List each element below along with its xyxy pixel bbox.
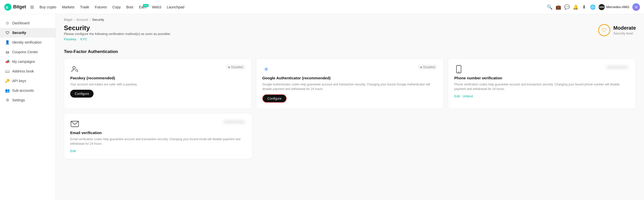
message-icon[interactable]: 💬 [564, 4, 570, 10]
google-auth-status-dot [420, 66, 422, 68]
email-card-actions: Edit [70, 149, 246, 153]
identity-icon: 👤 [5, 40, 10, 45]
nav-bots[interactable]: Bots [124, 4, 136, 11]
cards-grid-bottom: ●●●●●●●● Email verification Email verifi… [64, 113, 252, 159]
nav-trade[interactable]: Trade [78, 4, 92, 11]
phone-status-blurred: ●●●●●●●● [606, 65, 630, 70]
sidebar-label-api-keys: API keys [12, 79, 26, 83]
google-auth-configure-button[interactable]: Configure [262, 94, 287, 103]
nav-copy[interactable]: Copy [110, 4, 123, 11]
sidebar: ⊙ Dashboard 🛡 Security 👤 Identity verifi… [0, 14, 56, 200]
passkey-card-actions: Configure [70, 90, 246, 98]
phone-card: ●●●●●●●● Phone number verification Phone… [448, 58, 636, 109]
sidebar-label-campaigns: My campaigns [12, 60, 35, 64]
google-auth-card-top: ✳ Disabled [262, 65, 438, 74]
passkey-card-top: Disabled [70, 65, 246, 74]
sidebar-label-identity: Identity verification [12, 40, 42, 44]
bell-icon[interactable]: 🔔 [573, 4, 578, 10]
user-avatar[interactable]: U [632, 3, 640, 11]
google-auth-card-actions: Configure [262, 94, 438, 103]
subtitle-links: Passkey KYC [64, 37, 171, 41]
grid-icon[interactable]: ⊞ [30, 4, 34, 10]
email-card-desc: Email verification codes help guarantee … [70, 137, 246, 146]
phone-card-top: ●●●●●●●● [454, 65, 630, 74]
sidebar-item-security[interactable]: 🛡 Security [0, 28, 56, 38]
passkey-card-desc: Your account and trades are safer with a… [70, 82, 246, 87]
passkey-card-name: Passkey (recommended) [70, 76, 246, 80]
cards-grid-top: Disabled Passkey (recommended) Your acco… [64, 58, 636, 109]
settings-icon: ⚙ [5, 98, 10, 102]
wallet-icon[interactable]: 💼 [556, 4, 561, 10]
email-icon [70, 119, 79, 129]
topnav-right: 🔍 💼 💬 🔔 ⬇ 🌐 AMG Mercedes-AMG U [547, 3, 640, 11]
coupons-icon: 🎟 [5, 50, 10, 54]
phone-card-name: Phone number verification [454, 76, 630, 80]
phone-unbind-button[interactable]: Unbind [463, 94, 473, 98]
email-edit-button[interactable]: Edit [70, 149, 76, 153]
google-auth-icon: ✳ [262, 65, 271, 74]
sidebar-item-settings[interactable]: ⚙ Settings [0, 95, 56, 105]
nav-web3[interactable]: Web3 [150, 4, 164, 11]
security-icon: 🛡 [5, 30, 10, 35]
page-header: Security Please configure the following … [64, 24, 636, 47]
campaigns-icon: 📣 [5, 59, 10, 64]
passkey-configure-button[interactable]: Configure [70, 90, 94, 98]
google-auth-status: Disabled [418, 65, 438, 70]
nav-markets[interactable]: Markets [59, 4, 77, 11]
nav-links: Buy crypto Markets Trade Futures Copy Bo… [37, 4, 546, 11]
sidebar-item-coupons[interactable]: 🎟 Coupons Center [0, 47, 56, 57]
phone-edit-button[interactable]: Edit [454, 94, 460, 98]
main-content: Bitget / Account / Security Security Ple… [56, 14, 644, 200]
email-status-blurred: ●●●●●●●● [222, 119, 246, 124]
sidebar-item-api-keys[interactable]: 🔑 API keys [0, 76, 56, 86]
svg-text:B: B [6, 6, 8, 9]
security-level-sub: Security level [613, 31, 636, 35]
sidebar-item-campaigns[interactable]: 📣 My campaigns [0, 57, 56, 66]
sidebar-label-settings: Settings [12, 98, 25, 102]
nav-launchpad[interactable]: Launchpad [164, 4, 187, 11]
breadcrumb-current: Security [92, 18, 104, 22]
brand-partner[interactable]: AMG Mercedes-AMG [599, 4, 629, 10]
passkey-link[interactable]: Passkey [64, 37, 76, 41]
earn-badge: Hot [143, 4, 149, 7]
brand-name: Bitget [13, 4, 26, 10]
page-subtitle: Please configure the following verificat… [64, 32, 171, 36]
sub-accounts-icon: 👥 [5, 88, 10, 93]
download-icon[interactable]: ⬇ [581, 4, 587, 10]
google-auth-status-label: Disabled [423, 65, 435, 69]
security-level-badge: 🛡 Moderate Security level [598, 24, 636, 36]
email-card-top: ●●●●●●●● [70, 119, 246, 129]
breadcrumb-sep-2: / [90, 18, 91, 22]
brand-logo[interactable]: B Bitget [4, 3, 26, 11]
language-icon[interactable]: 🌐 [590, 4, 596, 10]
nav-buy-crypto[interactable]: Buy crypto [37, 4, 59, 11]
top-navigation: B Bitget ⊞ Buy crypto Markets Trade Futu… [0, 0, 644, 14]
passkey-card: Disabled Passkey (recommended) Your acco… [64, 58, 252, 109]
google-auth-card: ✳ Disabled Google Authenticator (recomme… [256, 58, 444, 109]
partner-name: Mercedes-AMG [606, 5, 629, 9]
search-icon[interactable]: 🔍 [547, 4, 553, 10]
passkey-status-label: Disabled [231, 65, 243, 69]
sidebar-item-address-book[interactable]: 📖 Address book [0, 66, 56, 76]
breadcrumb-bitget[interactable]: Bitget [64, 18, 72, 22]
breadcrumb-account[interactable]: Account [76, 18, 88, 22]
nav-earn[interactable]: Earn Hot [136, 4, 149, 11]
nav-futures[interactable]: Futures [92, 4, 109, 11]
dashboard-icon: ⊙ [5, 21, 10, 25]
sidebar-label-sub-accounts: Sub-accounts [12, 88, 34, 93]
sidebar-item-sub-accounts[interactable]: 👥 Sub-accounts [0, 86, 56, 95]
sidebar-item-dashboard[interactable]: ⊙ Dashboard [0, 18, 56, 28]
sidebar-item-identity[interactable]: 👤 Identity verification [0, 38, 56, 47]
address-book-icon: 📖 [5, 69, 10, 74]
passkey-status-dot [228, 66, 230, 68]
google-auth-card-desc: Google Authenticator codes help guarante… [262, 82, 438, 91]
kyc-link[interactable]: KYC [80, 37, 87, 41]
sidebar-label-address-book: Address book [12, 69, 34, 73]
phone-card-actions: Edit Unbind [454, 94, 630, 98]
breadcrumb-sep-1: / [74, 18, 75, 22]
partner-logo: AMG [599, 4, 605, 10]
passkey-status: Disabled [226, 65, 246, 70]
sidebar-label-dashboard: Dashboard [12, 21, 30, 25]
passkey-icon [70, 65, 79, 74]
shield-icon: 🛡 [598, 24, 610, 36]
